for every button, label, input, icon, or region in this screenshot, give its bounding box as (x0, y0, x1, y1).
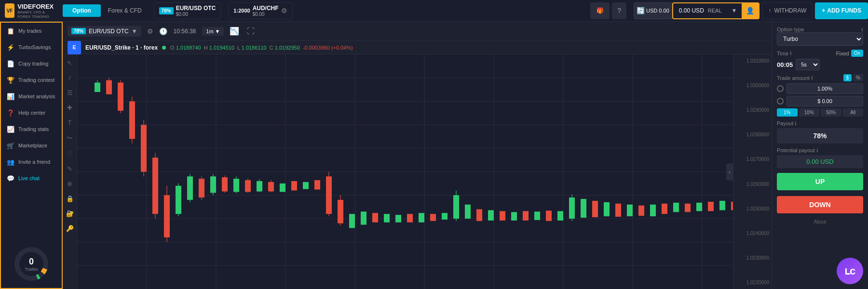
svg-rect-90 (662, 204, 667, 214)
withdraw-label: WITHDRAW (774, 7, 806, 14)
gift-button[interactable]: 🎁 (590, 2, 610, 19)
up-button[interactable]: UP (777, 173, 863, 190)
price-9: 1.0230000 (736, 255, 769, 261)
fullscreen-icon[interactable]: ⛶ (245, 25, 257, 38)
option-type-select[interactable]: Turbo (777, 32, 863, 46)
interval-selector[interactable]: 1m ▼ (202, 27, 224, 36)
trading-contest-icon: 🏆 (7, 76, 14, 84)
sidebar-item-trading-stats[interactable]: 📈 Trading stats (1, 121, 62, 137)
svg-rect-66 (407, 214, 413, 223)
fixed-label: Fixed (836, 51, 849, 56)
interval-select[interactable]: 5s 1m 5m (796, 59, 820, 70)
menu-tool-icon[interactable]: ☰ (66, 88, 74, 97)
wave-tool-icon[interactable]: 〜 (66, 133, 74, 144)
crosshair-icon[interactable]: ✚ (66, 103, 73, 112)
profile-button[interactable]: 👤 (742, 2, 759, 19)
pair1-info[interactable]: 78% EUR/USD OTC $0.00 (154, 2, 221, 19)
toggle-on-label[interactable]: On (851, 50, 863, 57)
heart-icon[interactable]: ♡ (66, 149, 74, 158)
balance-value: 0.00 USD (679, 7, 704, 14)
interval-value: 1m (206, 28, 213, 34)
option-type-label: Option type (777, 26, 804, 32)
chart-symbol-name: EUR/USD OTC (89, 28, 129, 35)
line-chart-icon[interactable]: 📉 (228, 25, 241, 38)
chart-change: -0.0003960 (+0.04%) (303, 45, 353, 51)
quick-50pct[interactable]: 50% (821, 108, 841, 117)
question-icon: ? (617, 7, 621, 14)
question-button[interactable]: ? (612, 2, 626, 19)
price-4: 1.0280000 (736, 132, 769, 137)
symbol-selector[interactable]: 78% EUR/USD OTC ▼ (68, 26, 141, 37)
amount-radio-dollar[interactable] (777, 98, 784, 105)
time-label: Time ℹ (777, 51, 792, 56)
svg-rect-63 (372, 213, 378, 222)
trade-amount-label: Trade amount ℹ (777, 75, 813, 81)
my-trades-icon: 📋 (7, 27, 14, 35)
pair2-settings-icon[interactable]: ⚙ (281, 7, 287, 14)
tab-option[interactable]: Option (63, 4, 101, 17)
svg-rect-75 (500, 211, 505, 220)
lock-icon[interactable]: 🔒 (65, 194, 75, 203)
key-icon[interactable]: 🔑 (65, 224, 75, 233)
quick-10pct[interactable]: 10% (799, 108, 820, 117)
amount-radio-percent[interactable] (777, 85, 784, 92)
add-funds-button[interactable]: + ADD FUNDS (815, 2, 868, 19)
svg-rect-68 (430, 214, 436, 221)
lc-badge-container: ʟc (777, 258, 863, 284)
pair2-price: $0.00 (253, 12, 279, 17)
lc-icon: ʟc (844, 265, 855, 277)
sidebar-label-invite-friend: Invite a friend (18, 159, 50, 165)
balance-type: REAL (708, 8, 722, 13)
svg-rect-69 (442, 213, 448, 220)
amount-input-percent[interactable] (787, 83, 863, 94)
tab-forex[interactable]: Forex & CFD (101, 4, 149, 17)
zoom-icon[interactable]: ⊕ (66, 179, 73, 188)
sidebar-item-marketplace[interactable]: 🛒 Marketplace (1, 137, 62, 154)
amount-input-dollar[interactable] (787, 96, 863, 106)
right-panel: Option type ℹ Turbo Time ℹ Fixed On 00:0… (772, 22, 868, 289)
cursor-icon[interactable]: ↖ (66, 58, 73, 67)
sidebar-item-turbo-savings[interactable]: ⚡ TurboSavings (1, 39, 62, 55)
secure-icon[interactable]: 🔐 (65, 209, 75, 218)
svg-rect-61 (349, 214, 355, 228)
settings-icon[interactable]: ⚙ (145, 26, 155, 37)
payout-value: 78% (777, 128, 863, 144)
price-10: 1.0220000 (736, 280, 769, 285)
balance-dropdown-icon[interactable]: ▼ (728, 7, 741, 14)
panel-collapse-button[interactable]: ‹ (726, 163, 733, 180)
chart-info-bar: E EUR/USD_Strike · 1 · forex O 1.0188740… (63, 41, 772, 54)
about-link[interactable]: About (777, 219, 863, 224)
sidebar-item-help-center[interactable]: ❓ Help center (1, 105, 62, 121)
svg-rect-92 (685, 204, 691, 212)
svg-rect-53 (280, 184, 285, 192)
dollar-btn[interactable]: $ (843, 74, 852, 81)
sidebar-item-trading-contest[interactable]: 🏆 Trading contest (1, 72, 62, 88)
sidebar-item-live-chat[interactable]: 💬 Live chat (1, 170, 62, 186)
pair2-info[interactable]: 1:2000 AUD/CHF $0.00 ⚙ (228, 2, 292, 19)
price-axis: 1.0310000 1.0300000 1.0290000 1.0280000 … (733, 54, 772, 289)
text-tool-icon[interactable]: T (67, 118, 73, 127)
potential-info-icon: ℹ (816, 148, 818, 153)
symbol-badge: 78% (71, 28, 86, 34)
withdraw-button[interactable]: ↑ WITHDRAW (762, 2, 813, 19)
pencil-icon[interactable]: ✎ (66, 164, 73, 173)
chart-high: 1.0194510 (209, 45, 234, 51)
svg-rect-89 (650, 205, 656, 216)
quick-all[interactable]: All (843, 108, 864, 117)
sidebar-label-live-chat: Live chat (18, 175, 40, 181)
usd-amount: USD 0.00 (646, 8, 669, 13)
lc-badge[interactable]: ʟc (837, 258, 863, 284)
sidebar-item-my-trades[interactable]: 📋 My trades (1, 23, 62, 39)
logo: VF VIDEFOREX BINARY, CFD & FOREX TRADING (0, 3, 63, 19)
usd-balance: 🔄 USD 0.00 (634, 2, 672, 19)
trade-amount-text: Trade amount (777, 75, 810, 81)
trading-stats-icon: 📈 (7, 125, 14, 133)
svg-rect-65 (395, 215, 401, 223)
line-tool-icon[interactable]: / (68, 73, 72, 82)
sidebar-item-copy-trading[interactable]: 📄 Copy trading (1, 55, 62, 72)
sidebar-item-market-analysis[interactable]: 📊 Market analysis (1, 88, 62, 105)
quick-1pct[interactable]: 1% (777, 108, 798, 117)
sidebar-item-invite-friend[interactable]: 👥 Invite a friend (1, 154, 62, 170)
percent-btn[interactable]: % (853, 74, 863, 81)
down-button[interactable]: DOWN (777, 196, 863, 213)
